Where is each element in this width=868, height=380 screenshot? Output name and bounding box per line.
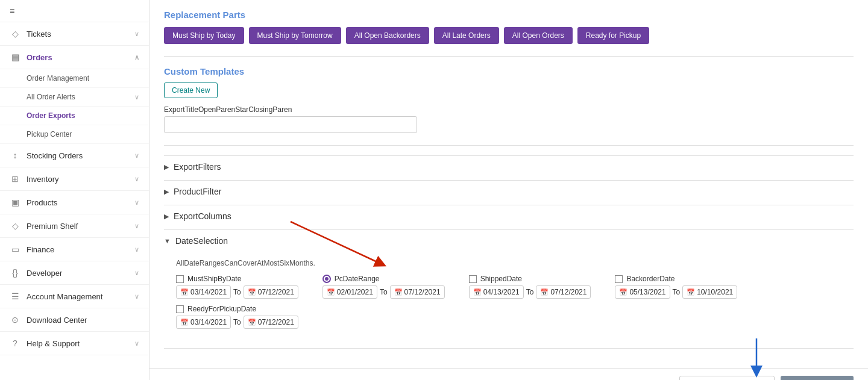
sidebar-item-pickup-center[interactable]: Pickup Center bbox=[0, 125, 149, 144]
quick-buttons-row: Must Ship by Today Must Ship by Tomorrow… bbox=[164, 27, 854, 44]
sidebar-item-finance[interactable]: ▭ Finance ∨ bbox=[0, 238, 149, 261]
pc-date-range-to-value: 07/12/2021 bbox=[404, 288, 441, 296]
date-info-text: AllDateRangesCanCoverAtMostSixMonths. bbox=[176, 259, 854, 267]
sidebar-item-orders[interactable]: ▤ Orders ∧ bbox=[0, 46, 149, 69]
pc-date-range-from-value: 02/01/2021 bbox=[337, 288, 373, 296]
sidebar-item-order-management[interactable]: Order Management bbox=[0, 69, 149, 88]
chevron-down-icon: ∨ bbox=[134, 293, 139, 301]
stocking-orders-icon: ↕ bbox=[10, 150, 20, 161]
pc-date-range-range: 📅 02/01/2021 To 📅 07/12/2021 bbox=[322, 285, 445, 299]
to-label-1: To bbox=[233, 288, 241, 296]
chevron-down-icon: ∨ bbox=[134, 199, 139, 207]
ready-for-pickup-date-radio[interactable]: ReedyForPickupDate bbox=[176, 305, 298, 313]
sidebar-item-label: Orders bbox=[27, 53, 52, 62]
must-ship-by-date-radio[interactable]: MustShipByDate bbox=[176, 275, 298, 283]
shipped-date-range: 📅 04/13/2021 To 📅 07/12/2021 bbox=[469, 285, 591, 299]
orders-icon: ▤ bbox=[10, 52, 20, 63]
pc-date-range-label: PcDateRange bbox=[335, 275, 380, 283]
shipped-date-radio[interactable]: ShippedDate bbox=[469, 275, 591, 283]
export-columns-section: ▶ ExportColumns bbox=[164, 205, 854, 227]
export-filters-section: ▶ ExportFilters bbox=[164, 155, 854, 178]
sidebar-item-download-center[interactable]: ⊙ Download Center bbox=[0, 308, 149, 332]
ready-for-pickup-to[interactable]: 📅 07/12/2021 bbox=[244, 316, 298, 329]
date-selection-header[interactable]: ▼ DateSelection bbox=[164, 229, 854, 252]
developer-icon: {} bbox=[10, 267, 20, 278]
generate-report-button[interactable]: Generate Report bbox=[781, 376, 854, 380]
must-ship-by-date-range: 📅 03/14/2021 To 📅 07/12/2021 bbox=[176, 285, 298, 299]
radio-selected-icon bbox=[322, 275, 331, 283]
chevron-down-icon: ∨ bbox=[134, 30, 139, 38]
sidebar-item-all-order-alerts[interactable]: All Order Alerts ∨ bbox=[0, 88, 149, 107]
calendar-icon: 📅 bbox=[473, 288, 482, 296]
replacement-parts-title: Replacement Parts bbox=[164, 10, 854, 20]
export-columns-header[interactable]: ▶ ExportColumns bbox=[164, 205, 854, 227]
shipped-date-field: ShippedDate 📅 04/13/2021 To 📅 07/12/2021 bbox=[469, 275, 591, 299]
sidebar-item-label: Inventory bbox=[27, 175, 58, 184]
calendar-icon: 📅 bbox=[540, 288, 549, 296]
to-label-4: To bbox=[673, 288, 681, 296]
product-filter-label: ProductFilter bbox=[174, 187, 221, 196]
must-ship-today-button[interactable]: Must Ship by Today bbox=[164, 27, 244, 44]
account-management-icon: ☰ bbox=[10, 291, 20, 302]
export-filters-label: ExportFilters bbox=[174, 162, 221, 172]
calendar-icon: 📅 bbox=[394, 288, 403, 296]
ready-for-pickup-date-range: 📅 03/14/2021 To 📅 07/12/2021 bbox=[176, 316, 298, 329]
shipped-date-from-value: 04/13/2021 bbox=[483, 288, 520, 296]
shipped-date-from[interactable]: 📅 04/13/2021 bbox=[469, 285, 524, 299]
pc-date-range-from[interactable]: 📅 02/01/2021 bbox=[322, 285, 377, 299]
tickets-icon: ◇ bbox=[10, 28, 20, 39]
all-open-orders-button[interactable]: All Open Orders bbox=[504, 27, 573, 44]
product-filter-header[interactable]: ▶ ProductFilter bbox=[164, 180, 854, 202]
sidebar-item-label: Premium Shelf bbox=[27, 222, 78, 231]
pc-date-range-to[interactable]: 📅 07/12/2021 bbox=[390, 285, 445, 299]
sidebar-item-label: Help & Support bbox=[27, 339, 80, 348]
sidebar-item-label: Tickets bbox=[27, 30, 51, 39]
export-title-input[interactable] bbox=[164, 116, 417, 133]
sidebar-item-order-exports[interactable]: Order Exports bbox=[0, 107, 149, 125]
backorder-date-to[interactable]: 📅 10/10/2021 bbox=[682, 285, 737, 299]
export-filters-header[interactable]: ▶ ExportFilters bbox=[164, 155, 854, 178]
chevron-right-icon: ▶ bbox=[164, 213, 169, 220]
calendar-icon: 📅 bbox=[180, 288, 189, 296]
pc-date-range-radio[interactable]: PcDateRange bbox=[322, 275, 445, 283]
backorder-date-radio[interactable]: BackorderDate bbox=[615, 275, 737, 283]
backorder-date-range: 📅 05/13/2021 To 📅 10/10/2021 bbox=[615, 285, 737, 299]
to-label-2: To bbox=[380, 288, 388, 296]
download-center-icon: ⊙ bbox=[10, 314, 20, 325]
inventory-icon: ⊞ bbox=[10, 173, 20, 184]
ready-for-pickup-button[interactable]: Ready for Pickup bbox=[577, 27, 649, 44]
must-ship-by-to[interactable]: 📅 07/12/2021 bbox=[244, 285, 298, 299]
ready-for-pickup-from[interactable]: 📅 03/14/2021 bbox=[176, 316, 231, 329]
sidebar-item-account-management[interactable]: ☰ Account Management ∨ bbox=[0, 285, 149, 308]
must-ship-by-from[interactable]: 📅 03/14/2021 bbox=[176, 285, 231, 299]
sidebar-item-developer[interactable]: {} Developer ∨ bbox=[0, 261, 149, 285]
sidebar-item-help-support[interactable]: ? Help & Support ∨ bbox=[0, 332, 149, 355]
must-ship-by-to-value: 07/12/2021 bbox=[258, 288, 294, 296]
shipped-date-label: ShippedDate bbox=[480, 275, 522, 283]
export-title-label: ExportTitleOpenParenStarClosingParen bbox=[164, 105, 854, 114]
calendar-icon: 📅 bbox=[687, 288, 695, 296]
must-ship-by-date-label: MustShipByDate bbox=[187, 275, 241, 283]
create-new-button[interactable]: Create New bbox=[164, 83, 218, 98]
premium-shelf-icon: ◇ bbox=[10, 220, 20, 231]
ready-for-pickup-date-field: ReedyForPickupDate 📅 03/14/2021 To 📅 07/… bbox=[176, 305, 298, 329]
sidebar-item-inventory[interactable]: ⊞ Inventory ∨ bbox=[0, 167, 149, 191]
product-filter-section: ▶ ProductFilter bbox=[164, 180, 854, 202]
sidebar-item-products[interactable]: ▣ Products ∨ bbox=[0, 191, 149, 214]
sidebar-item-tickets[interactable]: ◇ Tickets ∨ bbox=[0, 22, 149, 46]
chevron-down-icon: ∨ bbox=[134, 175, 139, 183]
sidebar-item-premium-shelf[interactable]: ◇ Premium Shelf ∨ bbox=[0, 214, 149, 238]
sidebar-item-stocking-orders[interactable]: ↕ Stocking Orders ∨ bbox=[0, 144, 149, 167]
shipped-date-to[interactable]: 📅 07/12/2021 bbox=[536, 285, 591, 299]
must-ship-tomorrow-button[interactable]: Must Ship by Tomorrow bbox=[249, 27, 341, 44]
sidebar-item-label: Products bbox=[27, 198, 57, 207]
all-open-backorders-button[interactable]: All Open Backorders bbox=[346, 27, 429, 44]
date-selection-label: DateSelection bbox=[175, 236, 228, 246]
backorder-date-from-value: 05/13/2021 bbox=[629, 288, 665, 296]
date-selection-section: ▼ DateSelection AllDateRangesCanCoverAtM… bbox=[164, 229, 854, 338]
save-custom-template-button[interactable]: Save Custom Template bbox=[679, 376, 775, 380]
chevron-right-icon: ▶ bbox=[164, 163, 169, 171]
sidebar-item-label: Finance bbox=[27, 245, 54, 254]
all-late-orders-button[interactable]: All Late Orders bbox=[434, 27, 499, 44]
backorder-date-from[interactable]: 📅 05/13/2021 bbox=[615, 285, 670, 299]
